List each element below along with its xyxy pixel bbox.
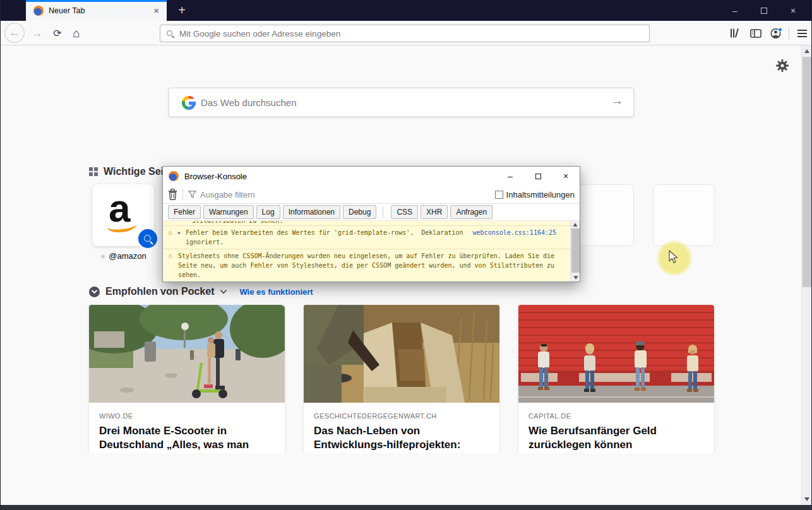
browser-console-window: Browser-Konsole – × Inhaltsmitteilungen: [162, 166, 580, 282]
grid-icon: [89, 167, 98, 176]
filter-button-info[interactable]: Informationen: [283, 205, 340, 219]
back-button[interactable]: ←: [4, 23, 25, 43]
pinned-star-icon: ★: [100, 252, 106, 260]
search-submit-arrow-icon[interactable]: →: [611, 94, 623, 108]
snippet-bar: Nachrichten von Firefox Werde Teil einer…: [1, 453, 812, 505]
account-icon[interactable]: [767, 21, 785, 45]
console-scrollbar[interactable]: [570, 221, 580, 282]
scrollbar-down-arrow[interactable]: [804, 497, 809, 501]
toolbar-divider: [789, 27, 789, 40]
pocket-card[interactable]: GESCHICHTEDERGEGENWART.CH Das Nach-Leben…: [304, 305, 499, 453]
console-minimize-button[interactable]: –: [496, 167, 524, 186]
sidebar-toggle-icon[interactable]: [746, 21, 765, 45]
window-controls: – ×: [720, 0, 808, 21]
home-button[interactable]: ⌂: [68, 21, 85, 45]
filter-button-xhr[interactable]: XHR: [421, 205, 448, 219]
console-title: Browser-Konsole: [184, 172, 496, 181]
console-warning-row[interactable]: ⚠ ▶ Fehler beim Verarbeiten des Wertes f…: [163, 226, 570, 249]
chevron-down-icon[interactable]: [220, 290, 227, 294]
filter-funnel-icon: [188, 191, 196, 198]
url-input[interactable]: [179, 25, 647, 42]
card-title: Das Nach-Leben von Entwicklungs-hilfepro…: [314, 424, 489, 453]
search-icon: [167, 30, 172, 36]
persist-logs-checkbox[interactable]: [495, 191, 503, 199]
top-site-name: @amazon: [109, 251, 146, 261]
tab-title: Neuer Tab: [49, 6, 152, 15]
console-warning-row[interactable]: ⚠ Stylesheets ohne CSSOM-Änderungen wurd…: [163, 249, 570, 282]
pocket-icon: [89, 287, 100, 297]
pocket-heading: Empfohlen von Pocket: [105, 286, 214, 297]
expand-arrow-icon[interactable]: ▶: [178, 228, 186, 238]
forward-button[interactable]: →: [28, 21, 46, 45]
firefox-icon: [33, 6, 44, 16]
warning-icon: ⚠: [168, 228, 178, 237]
window-minimize-button[interactable]: –: [720, 0, 749, 21]
warning-icon: ⚠: [168, 251, 178, 261]
page-scrollbar[interactable]: [801, 45, 811, 505]
top-site-tile-empty[interactable]: [572, 184, 634, 246]
window-maximize-button[interactable]: [749, 0, 779, 21]
filter-button-debug[interactable]: Debug: [343, 205, 376, 219]
tab-close-icon[interactable]: ×: [152, 5, 160, 16]
filter-button-css[interactable]: CSS: [391, 205, 418, 219]
scrollbar-up-arrow[interactable]: [573, 223, 577, 226]
url-bar[interactable]: [160, 25, 650, 42]
maximize-icon: [761, 8, 767, 14]
persist-logs-label: Inhaltsmitteilungen: [506, 190, 575, 199]
console-message-text: Fehler beim Verarbeiten des Wertes für '…: [186, 228, 463, 247]
firefox-icon: [169, 171, 179, 181]
pocket-card[interactable]: WIWO.DE Drei Monate E-Scooter in Deutsch…: [89, 305, 285, 453]
console-filter-input[interactable]: [200, 190, 495, 199]
search-shortcut-badge: [136, 227, 159, 250]
card-domain: WIWO.DE: [99, 412, 275, 420]
card-image-trench: [304, 305, 499, 403]
card-domain: GESCHICHTEDERGEGENWART.CH: [314, 412, 489, 420]
top-site-tile-amazon[interactable]: a: [92, 184, 154, 246]
console-close-button[interactable]: ×: [552, 167, 580, 186]
scrollbar-thumb[interactable]: [803, 57, 811, 287]
menu-button[interactable]: [792, 21, 811, 45]
filter-button-errors[interactable]: Fehler: [168, 205, 201, 219]
console-titlebar[interactable]: Browser-Konsole – ×: [163, 167, 580, 186]
persist-logs-control[interactable]: Inhaltsmitteilungen: [495, 190, 575, 199]
window-bottom-border: [1, 505, 812, 510]
web-search-input[interactable]: [201, 88, 592, 116]
card-image-red-wall: [518, 305, 714, 403]
nav-toolbar: ← → ⟳ ⌂: [1, 21, 812, 45]
reload-button[interactable]: ⟳: [49, 21, 66, 45]
filter-button-requests[interactable]: Anfragen: [450, 205, 493, 219]
card-title: Wie Berufsanfänger Geld zurücklegen könn…: [528, 424, 704, 452]
maximize-icon: [535, 174, 541, 179]
card-domain: CAPITAL.DE: [528, 412, 704, 420]
mouse-cursor-highlight: [656, 240, 693, 276]
filter-divider: [383, 206, 383, 218]
pocket-how-it-works-link[interactable]: Wie es funktioniert: [239, 287, 313, 297]
console-message-clipped: Stilattributen zu sehen.: [163, 221, 570, 226]
cursor-arrow-icon: [669, 250, 678, 264]
new-tab-button[interactable]: +: [174, 3, 190, 19]
active-tab-stripe: [26, 0, 167, 2]
scrollbar-thumb[interactable]: [571, 228, 580, 273]
window-close-button[interactable]: ×: [779, 0, 808, 21]
web-search-box[interactable]: →: [169, 88, 634, 117]
tab-neuer-tab[interactable]: Neuer Tab ×: [26, 0, 167, 21]
newtab-settings-gear-icon[interactable]: [776, 59, 789, 74]
scrollbar-down-arrow[interactable]: [573, 276, 578, 279]
console-output[interactable]: Stilattributen zu sehen. ⚠ ▶ Fehler beim…: [163, 221, 580, 282]
google-logo-icon: [182, 96, 196, 110]
filter-button-warnings[interactable]: Warnungen: [203, 205, 254, 219]
magnifier-icon: [144, 235, 151, 242]
library-icon[interactable]: [725, 21, 744, 45]
console-maximize-button[interactable]: [524, 167, 552, 186]
top-site-tile-empty[interactable]: [653, 184, 715, 246]
titlebar[interactable]: Neuer Tab × + – ×: [1, 0, 812, 21]
clear-output-trash-icon[interactable]: [168, 189, 177, 200]
filter-button-log[interactable]: Log: [256, 205, 280, 219]
console-source-link[interactable]: webconsole.css:1164:25: [473, 228, 569, 237]
pocket-card[interactable]: CAPITAL.DE Wie Berufsanfänger Geld zurüc…: [518, 305, 714, 453]
toolbar-divider: [182, 188, 183, 201]
console-message-text: Stylesheets ohne CSSOM-Änderungen wurden…: [178, 251, 557, 280]
scrollbar-up-arrow[interactable]: [804, 49, 809, 53]
console-toolbar: Inhaltsmitteilungen: [163, 186, 580, 204]
console-filter-bar: Fehler Warnungen Log Informationen Debug…: [163, 204, 580, 221]
